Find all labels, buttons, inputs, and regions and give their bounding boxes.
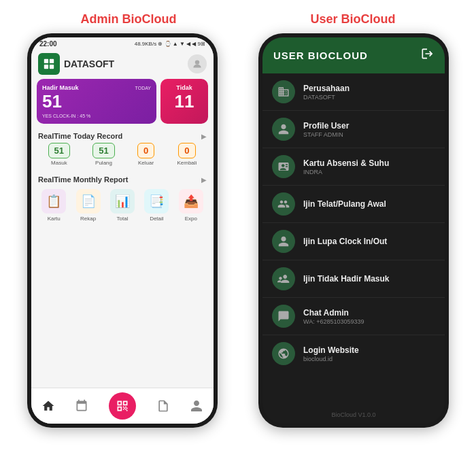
nav-qr[interactable] (109, 392, 136, 420)
svg-rect-3 (50, 65, 54, 69)
section1-title: RealTime Today Record (38, 132, 122, 140)
keluar-label: Keluar (138, 160, 154, 166)
nav-home[interactable] (41, 399, 55, 413)
ijin-telat-main: Ijin Telat/Pulang Awal (303, 199, 386, 209)
detail-label: Detail (150, 216, 163, 222)
total-icon: 📊 (110, 189, 135, 214)
hadir-number: 51 (42, 91, 151, 112)
profile-user-sub: STAFF ADMIN (303, 131, 349, 138)
expo-label: Expo (185, 216, 197, 222)
header-avatar[interactable] (188, 54, 207, 73)
ijin-lupa-icon (272, 230, 295, 253)
profile-user-main: Profile User (303, 121, 349, 131)
section1-header: RealTime Today Record ▶ (31, 128, 214, 143)
kartu-absensi-main: Kartu Absensi & Suhu (303, 158, 389, 168)
perusahaan-text: Perusahaan DATASOFT (303, 84, 350, 101)
menu-ijin-lupa[interactable]: Ijin Lupa Clock In/Out (262, 223, 445, 260)
record-row: 51 Masuk 51 Pulang 0 Keluar 0 Kembali (31, 143, 214, 171)
user-footer: BioCloud V1.0.0 (262, 406, 445, 424)
section1-arrow: ▶ (201, 133, 207, 140)
ijin-lupa-main: Ijin Lupa Clock In/Out (303, 237, 387, 246)
status-info: 48.9KB/s ⊕ ⌚ ▲ ▼ ◀ ◀ 9⊞ (135, 41, 205, 47)
menu-list: Perusahaan DATASOFT Profile User STAFF A… (262, 73, 445, 406)
record-kembali: 0 Kembali (177, 143, 197, 166)
user-header: USER BIOCLOUD (262, 37, 445, 73)
user-header-title: USER BIOCLOUD (273, 50, 368, 61)
status-icons: 48.9KB/s ⊕ ⌚ ▲ ▼ ◀ ◀ 9⊞ (135, 41, 205, 47)
kartu-icon: 📋 (41, 189, 66, 214)
menu-profile-user[interactable]: Profile User STAFF ADMIN (262, 111, 445, 148)
status-bar: 22:00 48.9KB/s ⊕ ⌚ ▲ ▼ ◀ ◀ 9⊞ (31, 37, 214, 50)
perusahaan-main: Perusahaan (303, 84, 350, 93)
tidak-number: 11 (175, 91, 194, 112)
ijin-telat-icon (272, 192, 295, 216)
tidak-card[interactable]: Tidak 11 (160, 79, 208, 124)
hadir-masuk-card[interactable]: Hadir Masuk TODAY 51 YES CLOCK-IN : 45 % (37, 79, 156, 124)
stats-row: Hadir Masuk TODAY 51 YES CLOCK-IN : 45 %… (31, 79, 214, 124)
pulang-label: Pulang (95, 160, 112, 166)
ijin-telat-text: Ijin Telat/Pulang Awal (303, 199, 386, 209)
tidak-label: Tidak (176, 84, 192, 91)
login-website-icon (272, 342, 295, 365)
today-label: TODAY (135, 86, 151, 90)
kartu-absensi-icon (272, 155, 295, 178)
report-expo[interactable]: 📤 Expo (179, 189, 203, 222)
svg-point-4 (195, 60, 199, 64)
ijin-tidak-main: Ijin Tidak Hadir Masuk (303, 274, 389, 284)
ijin-tidak-text: Ijin Tidak Hadir Masuk (303, 274, 389, 284)
section2-header: RealTime Monthly Report ▶ (31, 171, 214, 186)
hadir-label: Hadir Masuk (42, 84, 79, 91)
record-keluar: 0 Keluar (137, 143, 154, 166)
menu-kartu-absensi[interactable]: Kartu Absensi & Suhu INDRA (262, 148, 445, 186)
hadir-sub: YES CLOCK-IN : 45 % (42, 114, 151, 118)
menu-login-website[interactable]: Login Website biocloud.id (262, 335, 445, 372)
report-kartu[interactable]: 📋 Kartu (41, 189, 66, 222)
record-masuk: 51 Masuk (48, 143, 70, 166)
pulang-value: 51 (92, 143, 114, 158)
section2-title: RealTime Monthly Report (38, 175, 128, 184)
report-detail[interactable]: 📑 Detail (144, 189, 169, 222)
kartu-absensi-text: Kartu Absensi & Suhu INDRA (303, 158, 389, 175)
svg-rect-2 (44, 65, 48, 69)
menu-ijin-telat[interactable]: Ijin Telat/Pulang Awal (262, 186, 445, 223)
total-label: Total (117, 216, 129, 222)
login-website-main: Login Website (303, 345, 359, 355)
nav-profile[interactable] (190, 399, 203, 413)
admin-screen: 22:00 48.9KB/s ⊕ ⌚ ▲ ▼ ◀ ◀ 9⊞ (31, 37, 214, 424)
bottom-nav (31, 388, 214, 424)
ijin-lupa-text: Ijin Lupa Clock In/Out (303, 237, 387, 247)
admin-title: Admin BioCloud (81, 12, 177, 27)
svg-rect-1 (50, 59, 54, 63)
record-pulang: 51 Pulang (92, 143, 114, 166)
logout-icon[interactable] (420, 47, 434, 64)
nav-calendar[interactable] (75, 399, 88, 413)
nav-file[interactable] (156, 399, 170, 413)
app-header: DATASOFT (31, 50, 214, 79)
chat-admin-main: Chat Admin (303, 308, 364, 318)
qr-button[interactable] (109, 392, 136, 420)
user-phone: USER BIOCLOUD Perusahaan (258, 33, 449, 428)
admin-phone: 22:00 48.9KB/s ⊕ ⌚ ▲ ▼ ◀ ◀ 9⊞ (27, 33, 218, 428)
profile-user-text: Profile User STAFF ADMIN (303, 121, 349, 138)
menu-ijin-tidak[interactable]: Ijin Tidak Hadir Masuk (262, 260, 445, 298)
ijin-tidak-icon (272, 267, 295, 290)
masuk-value: 51 (48, 143, 70, 158)
kembali-label: Kembali (177, 160, 197, 166)
keluar-value: 0 (137, 143, 154, 158)
masuk-label: Masuk (51, 160, 67, 166)
report-icons-row: 📋 Kartu 📄 Rekap 📊 Total 📑 Detail 📤 (31, 186, 214, 224)
app-logo (38, 53, 60, 75)
header-left: DATASOFT (38, 53, 114, 75)
report-rekap[interactable]: 📄 Rekap (76, 189, 101, 222)
rekap-label: Rekap (80, 216, 96, 222)
menu-chat-admin[interactable]: Chat Admin WA: +6285103059339 (262, 298, 445, 335)
user-title: User BioCloud (310, 12, 395, 27)
expo-icon: 📤 (179, 189, 203, 214)
kartu-label: Kartu (48, 216, 61, 222)
section2-arrow: ▶ (201, 176, 207, 184)
detail-icon: 📑 (144, 189, 169, 214)
status-time: 22:00 (39, 40, 57, 48)
report-total[interactable]: 📊 Total (110, 189, 135, 222)
login-website-text: Login Website biocloud.id (303, 345, 359, 362)
menu-perusahaan[interactable]: Perusahaan DATASOFT (262, 73, 445, 111)
